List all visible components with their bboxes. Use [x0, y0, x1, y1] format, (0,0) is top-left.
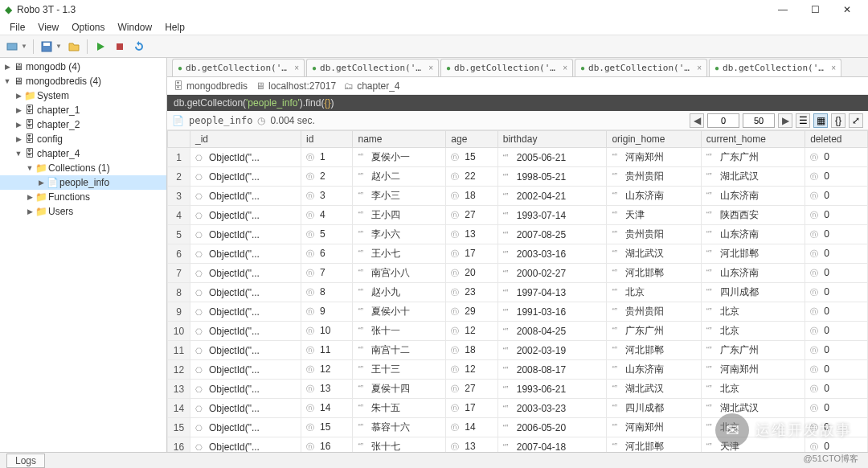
- tree-item[interactable]: ▶🗄chapter_1: [0, 103, 166, 117]
- open-button[interactable]: [65, 38, 83, 55]
- query-tab[interactable]: ●db.getCollection('examp···×: [172, 59, 305, 76]
- cell[interactable]: ⎔ObjectId("...: [190, 283, 301, 302]
- expand-button[interactable]: ⤢: [849, 113, 863, 128]
- table-row[interactable]: 15⎔ObjectId("...ⓝ15“”慕容十六ⓝ14“”2006-05-20…: [168, 418, 868, 437]
- table-row[interactable]: 5⎔ObjectId("...ⓝ5“”李小六ⓝ13“”2007-08-25“”贵…: [168, 225, 868, 244]
- cell[interactable]: “”陕西西安: [701, 206, 805, 225]
- cell[interactable]: ⓝ0: [805, 418, 868, 437]
- cell[interactable]: ⓝ17: [446, 244, 497, 264]
- cell[interactable]: ⓝ12: [446, 360, 497, 380]
- cell[interactable]: “”2003-03-16: [497, 244, 607, 264]
- cell[interactable]: ⓝ13: [301, 380, 353, 399]
- twist-icon[interactable]: ▶: [24, 207, 35, 216]
- cell[interactable]: ⎔ObjectId("...: [190, 437, 301, 453]
- table-row[interactable]: 9⎔ObjectId("...ⓝ9“”夏侯小十ⓝ29“”1991-03-16“”…: [168, 302, 868, 322]
- cell[interactable]: “”2006-05-20: [497, 418, 607, 437]
- cell[interactable]: “”河北邯郸: [607, 264, 701, 283]
- cell[interactable]: “”湖北武汉: [701, 167, 805, 187]
- skip-input[interactable]: [707, 113, 739, 128]
- twist-icon[interactable]: ▶: [13, 106, 24, 114]
- cell[interactable]: ⓝ27: [446, 380, 497, 399]
- cell[interactable]: ⓝ0: [805, 148, 868, 167]
- cell[interactable]: “”四川成都: [701, 283, 805, 302]
- cell[interactable]: ⓝ0: [805, 399, 868, 418]
- cell[interactable]: “”广东广州: [701, 148, 805, 167]
- cell[interactable]: ⎔ObjectId("...: [190, 206, 301, 225]
- cell[interactable]: ⓝ3: [301, 187, 353, 206]
- cell[interactable]: ⓝ11: [301, 341, 353, 360]
- cell[interactable]: ⓝ0: [805, 225, 868, 244]
- connect-button[interactable]: [3, 38, 21, 55]
- twist-icon[interactable]: ▶: [13, 121, 24, 129]
- table-row[interactable]: 8⎔ObjectId("...ⓝ8“”赵小九ⓝ23“”1997-04-13“”北…: [168, 283, 868, 302]
- cell[interactable]: “”2008-04-25: [497, 322, 607, 341]
- dropdown-icon[interactable]: ▼: [21, 43, 27, 50]
- cell[interactable]: “”1993-06-21: [497, 380, 607, 399]
- cell[interactable]: “”王十三: [353, 360, 446, 380]
- cell[interactable]: “”1991-03-16: [497, 302, 607, 322]
- cell[interactable]: ⎔ObjectId("...: [190, 302, 301, 322]
- column-header[interactable]: _id: [190, 131, 301, 148]
- cell[interactable]: “”2007-08-25: [497, 225, 607, 244]
- cell[interactable]: ⓝ29: [446, 302, 497, 322]
- cell[interactable]: ⓝ0: [805, 360, 868, 380]
- cell[interactable]: “”天津: [701, 437, 805, 453]
- cell[interactable]: “”山东济南: [607, 187, 701, 206]
- cell[interactable]: ⓝ14: [446, 418, 497, 437]
- table-row[interactable]: 16⎔ObjectId("...ⓝ16“”张十七ⓝ13“”2007-04-18“…: [168, 437, 868, 453]
- cell[interactable]: “”贵州贵阳: [607, 167, 701, 187]
- cell[interactable]: ⓝ13: [446, 225, 497, 244]
- tree-item[interactable]: ▼📁Collections (1): [0, 161, 166, 175]
- cell[interactable]: “”夏侯小一: [353, 148, 446, 167]
- cell[interactable]: “”夏侯小十: [353, 302, 446, 322]
- cell[interactable]: ⓝ22: [446, 167, 497, 187]
- query-tab[interactable]: ●db.getCollection('people···×: [306, 59, 439, 76]
- cell[interactable]: ⓝ12: [446, 322, 497, 341]
- cell[interactable]: ⎔ObjectId("...: [190, 167, 301, 187]
- cell[interactable]: ⓝ14: [301, 399, 353, 418]
- query-editor[interactable]: db.getCollection('people_info').find({}): [167, 95, 868, 111]
- cell[interactable]: “”2000-02-27: [497, 264, 607, 283]
- column-header[interactable]: birthday: [497, 131, 607, 148]
- cell[interactable]: ⎔ObjectId("...: [190, 418, 301, 437]
- cell[interactable]: ⎔ObjectId("...: [190, 399, 301, 418]
- column-header[interactable]: age: [446, 131, 497, 148]
- cell[interactable]: “”王小七: [353, 244, 446, 264]
- cell[interactable]: “”广东广州: [607, 322, 701, 341]
- cell[interactable]: ⓝ8: [301, 283, 353, 302]
- page-next-button[interactable]: ▶: [778, 113, 792, 128]
- cell[interactable]: ⓝ0: [805, 206, 868, 225]
- close-icon[interactable]: ×: [294, 64, 299, 72]
- cell[interactable]: ⓝ10: [301, 322, 353, 341]
- cell[interactable]: “”河北邯郸: [607, 341, 701, 360]
- query-tab[interactable]: ●db.getCollection('people···×: [575, 59, 707, 76]
- tree-item[interactable]: ▼🗄chapter_4: [0, 146, 166, 161]
- twist-icon[interactable]: ▶: [24, 193, 35, 201]
- cell[interactable]: “”2002-04-21: [497, 187, 607, 206]
- cell[interactable]: ⎔ObjectId("...: [190, 380, 301, 399]
- tree-item[interactable]: ▶📄people_info: [0, 175, 166, 190]
- cell[interactable]: “”2008-08-17: [497, 360, 607, 380]
- menu-file[interactable]: File: [3, 20, 31, 35]
- cell[interactable]: “”北京: [701, 322, 805, 341]
- table-row[interactable]: 3⎔ObjectId("...ⓝ3“”李小三ⓝ18“”2002-04-21“”山…: [168, 187, 868, 206]
- cell[interactable]: “”河北邯郸: [701, 244, 805, 264]
- cell[interactable]: “”河南郑州: [607, 418, 701, 437]
- minimize-button[interactable]: —: [767, 0, 799, 19]
- cell[interactable]: “”2007-04-18: [497, 437, 607, 453]
- cell[interactable]: ⓝ20: [446, 264, 497, 283]
- cell[interactable]: “”山东济南: [701, 264, 805, 283]
- cell[interactable]: ⓝ6: [301, 244, 353, 264]
- cell[interactable]: ⎔ObjectId("...: [190, 148, 301, 167]
- cell[interactable]: “”2003-03-23: [497, 399, 607, 418]
- cell[interactable]: “”1997-04-13: [497, 283, 607, 302]
- column-header[interactable]: deleted: [805, 131, 868, 148]
- cell[interactable]: ⓝ12: [301, 360, 353, 380]
- close-button[interactable]: ✕: [831, 0, 863, 19]
- table-row[interactable]: 1⎔ObjectId("...ⓝ1“”夏侯小一ⓝ15“”2005-06-21“”…: [168, 148, 868, 167]
- cell[interactable]: “”山东济南: [701, 187, 805, 206]
- run-button[interactable]: [92, 38, 109, 55]
- cell[interactable]: ⓝ13: [446, 437, 497, 453]
- cell[interactable]: “”湖北武汉: [701, 399, 805, 418]
- cell[interactable]: ⎔ObjectId("...: [190, 187, 301, 206]
